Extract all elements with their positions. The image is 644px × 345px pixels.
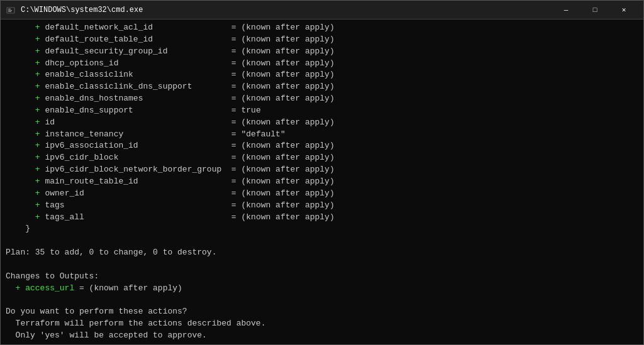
window-icon	[6, 5, 16, 15]
add-icon: +	[6, 94, 45, 103]
table-row: + enable_classiclink = (known after appl…	[6, 69, 638, 81]
table-row: + main_route_table_id = (known after app…	[6, 176, 638, 188]
titlebar: C:\WINDOWS\system32\cmd.exe — □ ✕	[1, 1, 643, 19]
empty-line	[6, 235, 638, 247]
add-icon: +	[6, 118, 45, 127]
add-icon: +	[6, 70, 45, 79]
svg-rect-1	[8, 9, 11, 9]
closing-brace: }	[6, 223, 638, 235]
add-icon: +	[6, 200, 45, 210]
table-row: + id = (known after apply)	[6, 117, 638, 129]
window-controls: — □ ✕	[552, 1, 638, 19]
window-title: C:\WINDOWS\system32\cmd.exe	[21, 6, 552, 14]
terminal-body[interactable]: + default_network_acl_id = (known after …	[1, 19, 643, 344]
plan-line: Plan: 35 to add, 0 to change, 0 to destr…	[6, 247, 638, 259]
table-row: + tags = (known after apply)	[6, 200, 638, 212]
table-row: + default_security_group_id = (known aft…	[6, 46, 638, 58]
table-row: + ipv6_cidr_block = (known after apply)	[6, 152, 638, 164]
terminal-window: C:\WINDOWS\system32\cmd.exe — □ ✕ + defa…	[0, 0, 644, 345]
add-icon: +	[6, 47, 45, 56]
empty-line	[6, 259, 638, 271]
outputs-header: Changes to Outputs:	[6, 271, 638, 283]
add-icon: +	[6, 141, 45, 150]
table-row: + owner_id = (known after apply)	[6, 188, 638, 200]
prompt-header: Do you want to perform these actions?	[6, 306, 638, 318]
table-row: + ipv6_cidr_block_network_border_group =…	[6, 164, 638, 176]
table-row: + enable_classiclink_dns_support = (know…	[6, 81, 638, 93]
add-icon: +	[6, 106, 45, 115]
empty-line	[6, 342, 638, 344]
table-row: + dhcp_options_id = (known after apply)	[6, 58, 638, 70]
table-row: + default_network_acl_id = (known after …	[6, 22, 638, 34]
table-row: + enable_dns_support = true	[6, 105, 638, 117]
table-row: + tags_all = (known after apply)	[6, 212, 638, 224]
add-icon: +	[6, 165, 45, 174]
add-icon: +	[6, 177, 45, 186]
minimize-button[interactable]: —	[552, 1, 580, 19]
prompt-line-1: Terraform will perform the actions descr…	[6, 318, 638, 330]
add-icon: +	[6, 189, 45, 198]
svg-rect-3	[8, 11, 11, 12]
add-icon: +	[6, 82, 45, 91]
add-icon: +	[6, 153, 45, 162]
table-row: + default_route_table_id = (known after …	[6, 34, 638, 46]
svg-rect-2	[8, 10, 12, 11]
empty-line	[6, 294, 638, 306]
add-icon: +	[6, 35, 45, 44]
table-row: + enable_dns_hostnames = (known after ap…	[6, 93, 638, 105]
add-icon: +	[6, 23, 45, 32]
add-icon: +	[6, 58, 45, 68]
add-icon: +	[6, 212, 45, 222]
close-button[interactable]: ✕	[609, 1, 638, 19]
add-icon: +	[6, 129, 45, 139]
maximize-button[interactable]: □	[580, 1, 609, 19]
table-row: + ipv6_association_id = (known after app…	[6, 140, 638, 152]
table-row: + instance_tenancy = "default"	[6, 129, 638, 141]
prompt-line-2: Only 'yes' will be accepted to approve.	[6, 330, 638, 342]
output-line: + access_url = (known after apply)	[6, 283, 638, 295]
